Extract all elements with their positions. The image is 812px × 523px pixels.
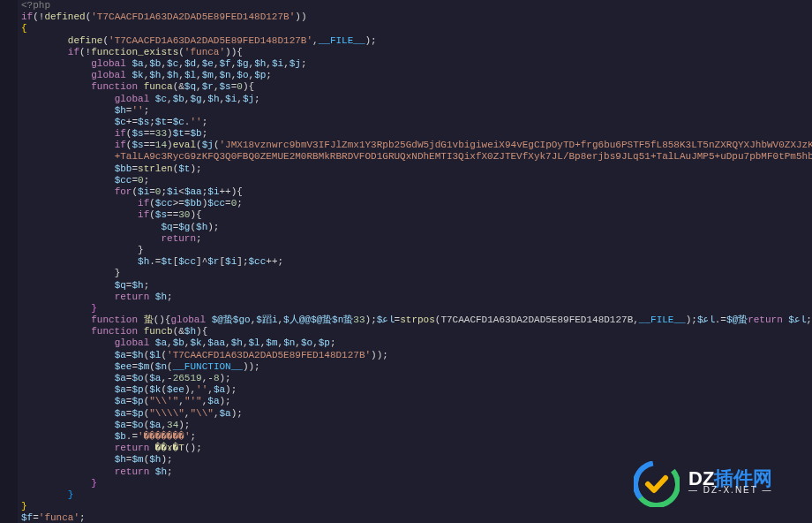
code-line: if($s==33)$t=$b; xyxy=(21,128,808,140)
code-line: function funcb(&$h){ xyxy=(21,326,808,337)
logo-icon xyxy=(634,461,680,507)
logo-subtitle: — DZ-X.NET — xyxy=(688,484,772,496)
code-line: $a=$p("\\\\","\\",$a); xyxy=(21,408,808,420)
code-line: function funca(&$q,$r,$s=0){ xyxy=(21,81,808,93)
code-line: global $k,$h,$h,$l,$m,$n,$o,$p; xyxy=(21,70,808,81)
code-line: $q=$h; xyxy=(21,280,808,292)
code-line: $f='funca'; xyxy=(21,512,808,523)
code-line: $ee=$m($n(__FUNCTION__)); xyxy=(21,361,808,373)
code-line: global $c,$b,$g,$h,$i,$j; xyxy=(21,94,808,105)
code-line: return ��ɤ�T(); xyxy=(21,443,808,454)
code-line: $q=$g($h); xyxy=(21,222,808,233)
code-line: <?php xyxy=(21,0,808,11)
code-line: $h=''; xyxy=(21,105,808,117)
code-line: $a=$h($l('T7CAACFD1A63DA2DAD5E89FED148D1… xyxy=(21,350,808,361)
code-line: $bb=strlen($t); xyxy=(21,163,808,175)
code-line: $a=$o($a,34); xyxy=(21,420,808,431)
code-line: $c+=$s;$t=$c.''; xyxy=(21,117,808,128)
code-line: if(!function_exists('funca')){ xyxy=(21,47,808,58)
code-line: { xyxy=(21,23,808,34)
code-line: +TalLA9c3RycG9zKFQ3Q0FBQ0ZEMUE2M0RBMkRBR… xyxy=(21,151,808,163)
code-line: $a=$o($a,-26519,-8); xyxy=(21,373,808,384)
code-editor: <?phpif(!defined('T7CAACFD1A63DA2DAD5E89… xyxy=(18,0,812,523)
code-line: return; xyxy=(21,233,808,245)
code-line: if(!defined('T7CAACFD1A63DA2DAD5E89FED14… xyxy=(21,11,808,23)
watermark-logo: DZ插件网 — DZ-X.NET — xyxy=(634,458,801,511)
code-line: define('T7CAACFD1A63DA2DAD5E89FED148D127… xyxy=(21,35,808,47)
code-line: $b.='�������'; xyxy=(21,431,808,443)
logo-title: DZ插件网 xyxy=(688,473,772,484)
code-line: global $a,$b,$k,$aa,$h,$l,$m,$n,$o,$p; xyxy=(21,337,808,349)
code-line: if($cc>=$bb)$cc=0; xyxy=(21,198,808,209)
code-line: return $h; xyxy=(21,292,808,303)
code-line: function 蛰(){global $@蛰$go,$蹈i,$人@@$@蛰$n… xyxy=(21,315,808,326)
code-line: global $a,$b,$c,$d,$e,$f,$g,$h,$i,$j; xyxy=(21,58,808,70)
code-line: } xyxy=(21,303,808,315)
code-line: if($s==30){ xyxy=(21,209,808,221)
code-line: } xyxy=(21,245,808,256)
code-line: $h.=$t[$cc]^$r[$i];$cc++; xyxy=(21,256,808,268)
code-line: $a=$p($k($ee),'',$a); xyxy=(21,384,808,396)
code-line: if($s==14)eval($j('JMX18vznwrc9bmV3IFJlZ… xyxy=(21,140,808,151)
line-gutter xyxy=(0,0,18,523)
code-line: } xyxy=(21,268,808,279)
code-line: for($i=0;$i<$aa;$i++){ xyxy=(21,186,808,198)
code-line: $cc=0; xyxy=(21,175,808,186)
code-line: $a=$p("\\'","'",$a); xyxy=(21,396,808,407)
